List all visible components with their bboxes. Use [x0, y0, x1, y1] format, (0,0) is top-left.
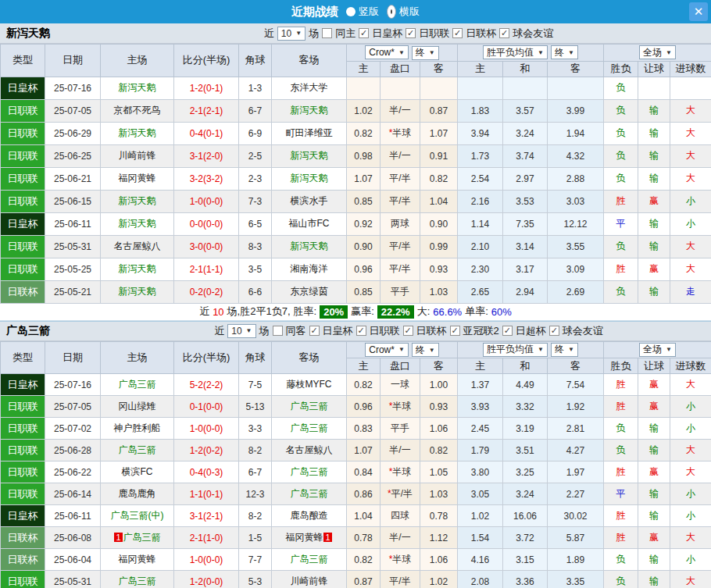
away-odds-cell: 0.93 [420, 396, 458, 418]
away-team-link[interactable]: 川崎前锋 [291, 576, 328, 586]
home-team-link[interactable]: 广岛三箭(中) [111, 510, 164, 521]
home-cell: 新泻天鹅 [101, 190, 174, 212]
avg-home-cell: 2.54 [458, 167, 503, 190]
header-date: 日期 [45, 45, 101, 77]
league-checkbox[interactable]: ✓ [450, 326, 460, 336]
match-count-select[interactable]: 10▼ [277, 27, 305, 41]
league-checkbox[interactable]: ✓ [359, 28, 369, 38]
home-team-link[interactable]: 广岛三箭 [119, 379, 156, 390]
home-team-link[interactable]: 广岛三箭 [119, 444, 156, 455]
away-team-link[interactable]: 町田泽维亚 [286, 127, 333, 138]
page-title: 近期战绩 [291, 5, 338, 20]
home-team-link[interactable]: 新泻天鹅 [119, 263, 156, 274]
type-cell: 日职联 [1, 483, 45, 505]
home-team-link[interactable]: 京都不死鸟 [114, 105, 161, 116]
home-team-link[interactable]: 福冈黄蜂 [119, 173, 156, 184]
away-team-link[interactable]: 鹿岛酿造 [291, 510, 328, 521]
league-checkbox[interactable]: ✓ [406, 28, 416, 38]
home-team-link[interactable]: 横滨FC [122, 466, 153, 477]
results-table: 类型日期主场比分(半场)角球客场Crow*▼终▼胜平负均值▼终▼全场▼主盘口客主… [0, 341, 711, 588]
fullmatch-select[interactable]: 全场▼ [639, 45, 676, 59]
home-team-link[interactable]: 新泻天鹅 [119, 218, 156, 229]
away-team-link[interactable]: 广岛三箭 [291, 422, 328, 433]
home-team-link[interactable]: 广岛三箭 [123, 532, 161, 543]
away-team-link[interactable]: 新泻天鹅 [291, 105, 328, 116]
radio-selected-icon[interactable] [387, 5, 396, 19]
away-team-link[interactable]: 东洋大学 [291, 82, 328, 93]
home-odds-cell: 0.96 [347, 396, 381, 418]
avg-home-cell: 2.65 [458, 280, 503, 303]
layout-radio-vertical[interactable]: 竖版 [346, 5, 379, 19]
league-filter-label: 日联杯 [466, 27, 496, 41]
chevron-down-icon: ▼ [666, 49, 672, 56]
average-odds-select[interactable]: 胜平负均值▼ [483, 343, 548, 357]
away-team-link[interactable]: 横滨水手 [291, 195, 328, 206]
date-cell: 25-06-04 [45, 549, 101, 571]
same-venue-checkbox[interactable] [322, 28, 332, 38]
league-checkbox[interactable]: ✓ [356, 326, 366, 336]
bookmaker-select[interactable]: Crow*▼ [365, 45, 409, 59]
final-average-select[interactable]: 终▼ [551, 45, 578, 59]
chevron-down-icon: ▼ [538, 49, 544, 56]
radio-icon[interactable] [346, 7, 356, 16]
header-corner: 角球 [239, 341, 272, 374]
final-odds-select[interactable]: 终▼ [412, 46, 439, 60]
away-team-link[interactable]: 新泻天鹅 [291, 241, 328, 251]
home-team-link[interactable]: 福冈黄蜂 [119, 554, 156, 565]
layout-radio-horizontal[interactable]: 横版 [387, 5, 420, 19]
final-average-select[interactable]: 终▼ [551, 343, 578, 357]
score-cell: 5-2(2-2) [174, 374, 239, 396]
home-team-link[interactable]: 鹿岛鹿角 [119, 488, 156, 499]
league-checkbox[interactable]: ✓ [499, 28, 509, 38]
handicap-cell: 半/一 [381, 99, 420, 122]
home-team-link[interactable]: 冈山绿雉 [119, 401, 156, 412]
score-cell: 1-2(0-2) [174, 440, 239, 461]
profit-rate-label: 赢率: [351, 305, 374, 319]
close-button[interactable]: ✕ [689, 2, 708, 21]
home-cell: 新泻天鹅 [101, 122, 174, 144]
league-checkbox[interactable]: ✓ [502, 326, 513, 336]
handicap-result-cell: 赢 [638, 374, 670, 396]
home-team-link[interactable]: 新泻天鹅 [119, 127, 156, 138]
away-team-link[interactable]: 新泻天鹅 [291, 173, 328, 184]
match-count-select[interactable]: 10▼ [227, 324, 255, 338]
away-team-link[interactable]: 广岛三箭 [291, 488, 328, 499]
league-checkbox[interactable]: ✓ [452, 28, 463, 38]
league-checkbox[interactable]: ✓ [309, 326, 320, 336]
league-filter-label: 日超杯 [516, 324, 546, 338]
home-team-link[interactable]: 神户胜利船 [114, 422, 161, 433]
away-team-link[interactable]: 福冈黄蜂 [285, 532, 323, 543]
average-odds-select[interactable]: 胜平负均值▼ [483, 45, 548, 59]
away-team-link[interactable]: 新泻天鹅 [291, 150, 328, 161]
over-rate-label: 大: [417, 305, 431, 319]
avg-away-cell: 1.89 [548, 549, 604, 571]
home-team-link[interactable]: 新泻天鹅 [119, 195, 156, 206]
type-cell: 日职联 [1, 235, 45, 258]
bookmaker-header: Crow*▼终▼ [347, 45, 458, 62]
away-team-link[interactable]: 名古屋鲸八 [286, 444, 333, 455]
away-team-link[interactable]: 广岛三箭 [291, 554, 328, 565]
bookmaker-select[interactable]: Crow*▼ [365, 343, 409, 357]
home-team-link[interactable]: 川崎前锋 [119, 150, 156, 161]
fullmatch-select[interactable]: 全场▼ [639, 343, 676, 357]
home-team-link[interactable]: 新泻天鹅 [119, 82, 156, 93]
away-team-link[interactable]: 广岛三箭 [291, 401, 328, 412]
home-team-link[interactable]: 新泻天鹅 [119, 286, 156, 297]
home-team-link[interactable]: 名古屋鲸八 [114, 241, 161, 251]
away-team-link[interactable]: 广岛三箭 [291, 466, 328, 477]
league-checkbox[interactable]: ✓ [403, 326, 413, 336]
final-odds-select[interactable]: 终▼ [412, 343, 439, 357]
away-team-link[interactable]: 福山市FC [289, 218, 330, 229]
league-checkbox[interactable]: ✓ [549, 326, 559, 336]
avg-home-cell: 2.30 [458, 258, 503, 280]
date-cell: 25-05-21 [45, 280, 101, 303]
away-team-link[interactable]: 东京绿茵 [291, 286, 328, 297]
same-venue-checkbox[interactable] [273, 326, 283, 336]
away-team-link[interactable]: 湘南海洋 [291, 263, 328, 274]
home-cell: 广岛三箭 [101, 440, 174, 461]
table-row: 日职联25-05-31广岛三箭1-2(0-0)5-3川崎前锋0.87平/半1.0… [1, 571, 711, 588]
home-team-link[interactable]: 广岛三箭 [119, 576, 156, 586]
away-team-link[interactable]: 藤枝MYFC [287, 379, 332, 390]
goals-result-cell: 大 [670, 461, 711, 483]
home-odds-cell: 0.78 [347, 527, 381, 549]
